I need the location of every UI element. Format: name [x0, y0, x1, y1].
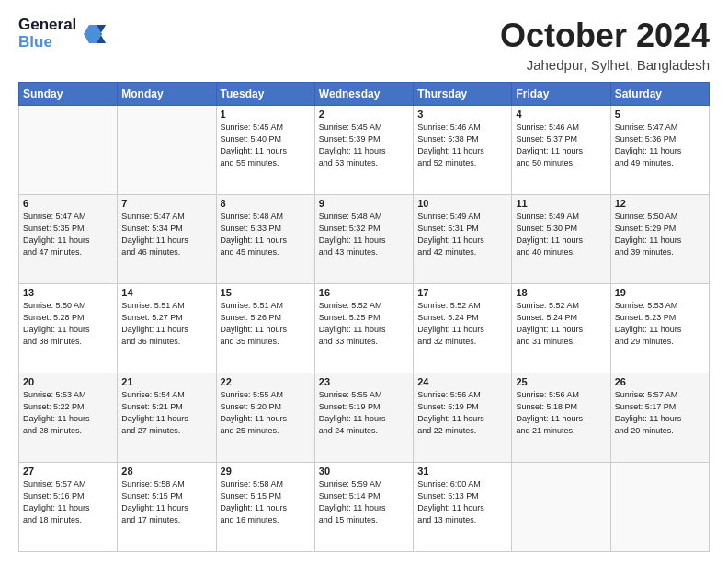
- calendar-cell: 14Sunrise: 5:51 AM Sunset: 5:27 PM Dayli…: [118, 284, 216, 373]
- calendar-week-row: 27Sunrise: 5:57 AM Sunset: 5:16 PM Dayli…: [19, 463, 710, 552]
- day-info: Sunrise: 5:48 AM Sunset: 5:32 PM Dayligh…: [319, 211, 409, 259]
- day-number: 26: [615, 376, 705, 387]
- weekday-header-row: SundayMondayTuesdayWednesdayThursdayFrid…: [19, 83, 710, 106]
- calendar-cell: 2Sunrise: 5:45 AM Sunset: 5:39 PM Daylig…: [314, 106, 413, 195]
- calendar-cell: 9Sunrise: 5:48 AM Sunset: 5:32 PM Daylig…: [314, 195, 413, 284]
- day-number: 11: [516, 198, 606, 209]
- weekday-header: Sunday: [19, 83, 118, 106]
- calendar-cell: 29Sunrise: 5:58 AM Sunset: 5:15 PM Dayli…: [216, 463, 314, 552]
- day-info: Sunrise: 5:52 AM Sunset: 5:24 PM Dayligh…: [417, 300, 507, 348]
- weekday-header: Wednesday: [314, 83, 413, 106]
- calendar-cell: 10Sunrise: 5:49 AM Sunset: 5:31 PM Dayli…: [414, 195, 512, 284]
- logo-general: General: [18, 17, 76, 34]
- calendar-cell: 17Sunrise: 5:52 AM Sunset: 5:24 PM Dayli…: [414, 284, 512, 373]
- day-number: 30: [319, 465, 409, 477]
- weekday-header: Monday: [118, 83, 216, 106]
- day-number: 12: [615, 198, 705, 209]
- day-info: Sunrise: 5:48 AM Sunset: 5:33 PM Dayligh…: [221, 211, 311, 259]
- calendar-cell: 19Sunrise: 5:53 AM Sunset: 5:23 PM Dayli…: [610, 284, 709, 373]
- day-info: Sunrise: 5:53 AM Sunset: 5:22 PM Dayligh…: [23, 389, 113, 437]
- calendar-cell: 5Sunrise: 5:47 AM Sunset: 5:36 PM Daylig…: [610, 106, 709, 195]
- page-header: General Blue October 2024 Jahedpur, Sylh…: [18, 17, 710, 73]
- calendar-cell: 26Sunrise: 5:57 AM Sunset: 5:17 PM Dayli…: [610, 373, 709, 463]
- calendar-week-row: 1Sunrise: 5:45 AM Sunset: 5:40 PM Daylig…: [19, 106, 710, 195]
- day-number: 4: [516, 109, 606, 120]
- day-info: Sunrise: 5:50 AM Sunset: 5:28 PM Dayligh…: [23, 300, 113, 348]
- calendar-cell: 18Sunrise: 5:52 AM Sunset: 5:24 PM Dayli…: [512, 284, 610, 373]
- day-info: Sunrise: 5:58 AM Sunset: 5:15 PM Dayligh…: [121, 478, 211, 526]
- calendar-cell: 1Sunrise: 5:45 AM Sunset: 5:40 PM Daylig…: [216, 106, 314, 195]
- day-number: 15: [221, 287, 311, 298]
- day-info: Sunrise: 5:51 AM Sunset: 5:26 PM Dayligh…: [221, 300, 311, 348]
- day-number: 10: [417, 198, 507, 209]
- day-number: 21: [121, 376, 211, 387]
- calendar-cell: 6Sunrise: 5:47 AM Sunset: 5:35 PM Daylig…: [19, 195, 118, 284]
- day-number: 20: [23, 376, 113, 387]
- day-number: 24: [417, 376, 507, 387]
- calendar-cell: 20Sunrise: 5:53 AM Sunset: 5:22 PM Dayli…: [19, 373, 118, 463]
- day-info: Sunrise: 5:56 AM Sunset: 5:18 PM Dayligh…: [516, 389, 606, 437]
- day-number: 7: [121, 198, 211, 209]
- calendar-cell: 31Sunrise: 6:00 AM Sunset: 5:13 PM Dayli…: [414, 463, 512, 552]
- calendar-cell: 3Sunrise: 5:46 AM Sunset: 5:38 PM Daylig…: [414, 106, 512, 195]
- day-number: 17: [417, 287, 507, 298]
- calendar-week-row: 20Sunrise: 5:53 AM Sunset: 5:22 PM Dayli…: [19, 373, 710, 463]
- day-info: Sunrise: 5:45 AM Sunset: 5:40 PM Dayligh…: [221, 121, 311, 169]
- calendar-cell: 27Sunrise: 5:57 AM Sunset: 5:16 PM Dayli…: [19, 463, 118, 552]
- day-number: 14: [121, 287, 211, 298]
- calendar-cell: 11Sunrise: 5:49 AM Sunset: 5:30 PM Dayli…: [512, 195, 610, 284]
- day-info: Sunrise: 5:57 AM Sunset: 5:16 PM Dayligh…: [23, 478, 113, 526]
- day-info: Sunrise: 6:00 AM Sunset: 5:13 PM Dayligh…: [417, 478, 507, 526]
- calendar-cell: [118, 106, 216, 195]
- day-info: Sunrise: 5:45 AM Sunset: 5:39 PM Dayligh…: [319, 121, 409, 169]
- day-number: 2: [319, 109, 409, 120]
- weekday-header: Thursday: [414, 83, 512, 106]
- day-number: 19: [615, 287, 705, 298]
- logo: General Blue: [18, 17, 108, 51]
- day-info: Sunrise: 5:47 AM Sunset: 5:34 PM Dayligh…: [121, 211, 211, 259]
- day-info: Sunrise: 5:49 AM Sunset: 5:30 PM Dayligh…: [516, 211, 606, 259]
- day-info: Sunrise: 5:59 AM Sunset: 5:14 PM Dayligh…: [319, 478, 409, 526]
- day-info: Sunrise: 5:55 AM Sunset: 5:20 PM Dayligh…: [221, 389, 311, 437]
- weekday-header: Tuesday: [216, 83, 314, 106]
- day-number: 1: [221, 109, 311, 120]
- calendar-cell: 12Sunrise: 5:50 AM Sunset: 5:29 PM Dayli…: [610, 195, 709, 284]
- calendar-cell: 16Sunrise: 5:52 AM Sunset: 5:25 PM Dayli…: [314, 284, 413, 373]
- day-number: 27: [23, 465, 113, 477]
- day-number: 25: [516, 376, 606, 387]
- day-number: 8: [221, 198, 311, 209]
- calendar-week-row: 6Sunrise: 5:47 AM Sunset: 5:35 PM Daylig…: [19, 195, 710, 284]
- day-info: Sunrise: 5:55 AM Sunset: 5:19 PM Dayligh…: [319, 389, 409, 437]
- day-info: Sunrise: 5:49 AM Sunset: 5:31 PM Dayligh…: [417, 211, 507, 259]
- weekday-header: Saturday: [610, 83, 709, 106]
- day-info: Sunrise: 5:46 AM Sunset: 5:38 PM Dayligh…: [417, 121, 507, 169]
- calendar-cell: [19, 106, 118, 195]
- day-number: 9: [319, 198, 409, 209]
- weekday-header: Friday: [512, 83, 610, 106]
- calendar-table: SundayMondayTuesdayWednesdayThursdayFrid…: [18, 82, 710, 552]
- day-number: 28: [121, 465, 211, 477]
- calendar-cell: 4Sunrise: 5:46 AM Sunset: 5:37 PM Daylig…: [512, 106, 610, 195]
- day-number: 31: [417, 465, 507, 477]
- calendar-cell: 25Sunrise: 5:56 AM Sunset: 5:18 PM Dayli…: [512, 373, 610, 463]
- day-number: 3: [417, 109, 507, 120]
- day-info: Sunrise: 5:47 AM Sunset: 5:35 PM Dayligh…: [23, 211, 113, 259]
- title-block: October 2024 Jahedpur, Sylhet, Banglades…: [500, 17, 710, 73]
- calendar-cell: [512, 463, 610, 552]
- day-number: 22: [221, 376, 311, 387]
- day-info: Sunrise: 5:58 AM Sunset: 5:15 PM Dayligh…: [221, 478, 311, 526]
- day-info: Sunrise: 5:56 AM Sunset: 5:19 PM Dayligh…: [417, 389, 507, 437]
- calendar-cell: 28Sunrise: 5:58 AM Sunset: 5:15 PM Dayli…: [118, 463, 216, 552]
- day-info: Sunrise: 5:53 AM Sunset: 5:23 PM Dayligh…: [615, 300, 705, 348]
- day-number: 16: [319, 287, 409, 298]
- logo-blue: Blue: [18, 34, 76, 52]
- calendar-cell: 13Sunrise: 5:50 AM Sunset: 5:28 PM Dayli…: [19, 284, 118, 373]
- day-number: 29: [221, 465, 311, 477]
- day-number: 5: [615, 109, 705, 120]
- calendar-week-row: 13Sunrise: 5:50 AM Sunset: 5:28 PM Dayli…: [19, 284, 710, 373]
- location: Jahedpur, Sylhet, Bangladesh: [500, 57, 710, 73]
- day-info: Sunrise: 5:51 AM Sunset: 5:27 PM Dayligh…: [121, 300, 211, 348]
- day-info: Sunrise: 5:57 AM Sunset: 5:17 PM Dayligh…: [615, 389, 705, 437]
- calendar-cell: 23Sunrise: 5:55 AM Sunset: 5:19 PM Dayli…: [314, 373, 413, 463]
- day-info: Sunrise: 5:52 AM Sunset: 5:25 PM Dayligh…: [319, 300, 409, 348]
